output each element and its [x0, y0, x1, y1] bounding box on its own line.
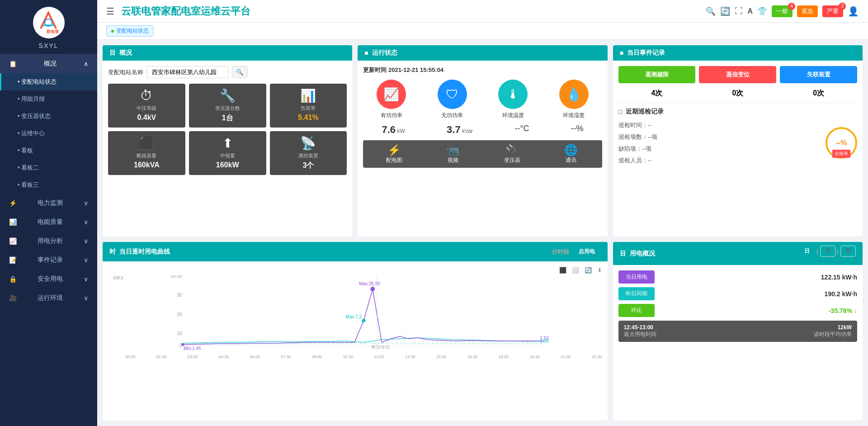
action-video[interactable]: 📹 视频 [425, 144, 481, 164]
chart-icon-copy1[interactable]: ⬛ [559, 267, 566, 274]
chart-card: 时 当日逐时用电曲线 分时段 总用电 ⬛ ⬜ 🔄 ⬇ kW.h [103, 242, 608, 421]
stat-transformer-count: 🔧 变压器台数 1台 [189, 84, 266, 128]
fullscreen-icon[interactable]: ⛶ [735, 6, 743, 16]
chart-title: 当日逐时用电曲线 [119, 248, 170, 256]
main-content: ☰ 云联电管家配电室运维云平台 🔍 🔄 ⛶ A 👕 一般 4 紧急 严重 3 👤 [97, 0, 868, 426]
serious-label: 严重 [827, 8, 839, 14]
chevron-down-icon2: ∨ [84, 218, 88, 226]
temperature-icon: 🌡 [507, 87, 519, 102]
sidebar-group-power-monitor-header[interactable]: ⚡ 电力监测 ∨ [0, 194, 97, 213]
substation-status-tag[interactable]: 变配电站状态 [106, 25, 154, 37]
running-card-body: 更新时间 2021-12-21 15:55:04 📈 有功功率 🛡 无功功率 [358, 61, 607, 173]
sidebar-item-ops-center[interactable]: 运维中心 [0, 125, 97, 142]
sidebar-group-overview-header[interactable]: 📋 概况 ∧ [0, 54, 97, 73]
patrol-circle-container: --% 合格率 [826, 127, 857, 159]
reactive-power-circle: 🛡 [438, 80, 467, 109]
search-button[interactable]: 🔍 [232, 66, 248, 78]
event-counts-row: 4次 0次 0次 [618, 89, 857, 98]
patrol-percent: --% [836, 139, 847, 147]
running-card-header: ■ 运行状态 [358, 45, 607, 61]
font-icon[interactable]: A [747, 7, 753, 15]
chart-icon-copy2[interactable]: ⬜ [572, 267, 579, 274]
power-monitor-icon: ⚡ [9, 199, 17, 207]
svg-text:2.68: 2.68 [540, 338, 549, 343]
humidity-label: 环境湿度 [559, 112, 589, 119]
events-card-header: ■ 当日事件记录 [613, 45, 863, 61]
overview-card-body: 变配电站名称 🔍 ⏱ 中压等级 0.4kV 🔧 变压器台数 1台 [103, 61, 352, 180]
elec-tab-day[interactable]: 日 [799, 246, 815, 257]
ratio-value: -35.78% ↓ [658, 307, 857, 314]
sidebar-group-analysis-header[interactable]: 📈 用电分析 ∨ [0, 232, 97, 251]
remote-signal-btn[interactable]: 遥信变位 [699, 66, 776, 83]
action-diagram[interactable]: ⚡ 配电图 [367, 144, 422, 164]
sidebar-item-board3[interactable]: 看板三 [0, 176, 97, 194]
load-rate-icon: 📊 [274, 88, 344, 103]
sidebar-item-transformer-status[interactable]: 变压器状态 [0, 108, 97, 125]
yesterday-value: 190.2 kW·h [658, 290, 857, 298]
footer-power-desc: 该时段平均功率 [814, 331, 852, 338]
elec-tab-year[interactable]: 年 [840, 246, 856, 257]
sidebar-item-board2[interactable]: 看板二 [0, 159, 97, 176]
sidebar-item-substation-status[interactable]: 变配电站状态 [0, 73, 97, 90]
normal-alert-button[interactable]: 一般 4 [772, 5, 793, 17]
chevron-up-icon: ∧ [84, 60, 88, 67]
search-icon[interactable]: 🔍 [706, 6, 716, 16]
x-label-0000: 00:00 [125, 355, 136, 359]
chart-icon-download[interactable]: ⬇ [597, 267, 602, 274]
ops-env-label: 运行环境 [38, 294, 63, 302]
chart-icon-refresh[interactable]: 🔄 [585, 267, 592, 274]
humidity-circle: 💧 [559, 80, 589, 109]
lost-device-btn[interactable]: 失联装置 [780, 66, 857, 83]
sidebar-group-events-header[interactable]: 📝 事件记录 ∨ [0, 251, 97, 270]
power-monitor-label: 电力监测 [38, 199, 63, 207]
skin-icon[interactable]: 👕 [757, 6, 767, 16]
stat-breaker: ⬛ 断路器量 160kVA [108, 131, 185, 175]
patrol-row: 巡检时间：-- 巡检项数：--项 缺陷项：--项 巡检人员：-- --% 合格率 [618, 119, 857, 166]
urgent-alert-button[interactable]: 紧急 [797, 5, 818, 17]
sidebar-group-safe-power-header[interactable]: 🔒 安全用电 ∨ [0, 270, 97, 289]
refresh-icon[interactable]: 🔄 [720, 6, 730, 16]
action-transformer[interactable]: 🔌 变压器 [484, 144, 539, 164]
reactive-power-label: 无功功率 [438, 112, 467, 119]
action-comms[interactable]: 🌐 通讯 [543, 144, 599, 164]
overview-title: 概况 [119, 49, 132, 57]
sidebar-group-power-quality-header[interactable]: 📊 电能质量 ∨ [0, 213, 97, 232]
metric-active-power: 📈 有功功率 [377, 80, 406, 119]
chart-tab-total[interactable]: 总用电 [573, 246, 601, 258]
sidebar-item-monthly-report[interactable]: 用能月报 [0, 90, 97, 108]
x-label-1930: 19:30 [529, 355, 540, 359]
sidebar-group-overview: 📋 概况 ∧ 变配电站状态 用能月报 变压器状态 运维中心 看板 看板二 看板三 [0, 54, 97, 194]
reactive-power-value: 3.7 kVar [447, 124, 473, 136]
humidity-value: --% [571, 124, 584, 136]
breaker-value: 160kVA [112, 161, 182, 169]
menu-icon[interactable]: ☰ [106, 6, 114, 17]
event-types-row: 遥测越限 遥信变位 失联装置 [618, 66, 857, 83]
running-title: 运行状态 [372, 49, 397, 57]
telemetry-limit-btn[interactable]: 遥测越限 [618, 66, 696, 83]
header-actions: 🔍 🔄 ⛶ A 👕 一般 4 紧急 严重 3 👤 [706, 5, 859, 17]
x-label-2230: 22:30 [592, 355, 602, 359]
temperature-circle: 🌡 [498, 80, 528, 109]
breaker-icon: ⬛ [112, 136, 182, 151]
voltage-value: 0.4kV [112, 114, 182, 122]
sub-header: 变配电站状态 [97, 23, 868, 40]
transformer-count-icon: 🔧 [193, 88, 263, 103]
elec-item-today: 当日用电 122.15 kW·h [618, 270, 857, 284]
sidebar: 联电管 SXYL 📋 概况 ∧ 变配电站状态 用能月报 变压器状态 运维中心 看… [0, 0, 97, 426]
chart-wrapper: kW.h 39.55 30 20 [108, 275, 602, 359]
serious-alert-button[interactable]: 严重 3 [822, 5, 843, 17]
footer-power-info: 12kW 该时段平均功率 [814, 324, 852, 338]
substation-search-input[interactable] [147, 66, 228, 78]
normal-badge: 4 [788, 3, 795, 10]
patrol-title: 近期巡检记录 [626, 108, 664, 116]
svg-text:39.55: 39.55 [170, 275, 182, 279]
chart-y-label: kW.h [108, 275, 125, 280]
active-power-unit: kW [397, 128, 405, 134]
footer-time-label: 12:45-13:00 [624, 324, 656, 331]
sidebar-group-ops-env-header[interactable]: 🎥 运行环境 ∨ [0, 289, 97, 308]
sidebar-item-board[interactable]: 看板 [0, 142, 97, 159]
elec-tab-month[interactable]: 月 [820, 246, 835, 257]
events-title: 当日事件记录 [627, 49, 665, 57]
chevron-down-icon3: ∨ [84, 237, 88, 245]
user-icon[interactable]: 👤 [848, 6, 859, 17]
